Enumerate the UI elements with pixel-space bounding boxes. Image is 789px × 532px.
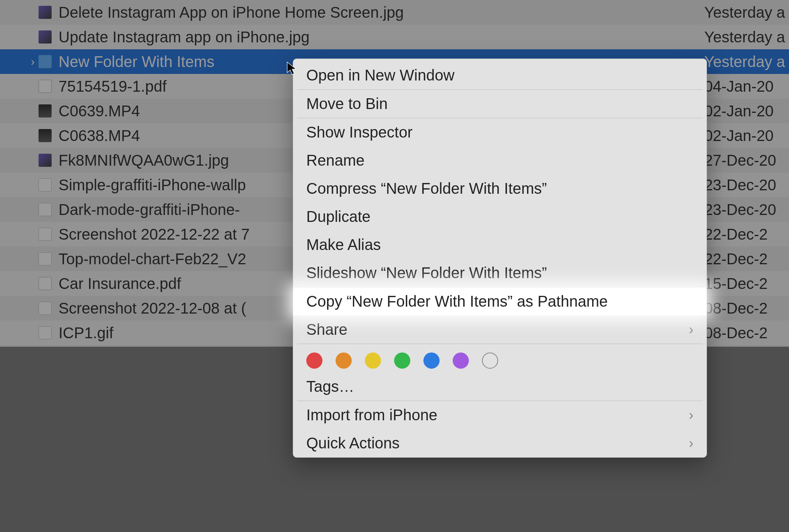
menu-open-new-window[interactable]: Open in New Window	[293, 61, 707, 89]
chevron-right-icon: ›	[689, 435, 693, 451]
folder-icon	[39, 55, 52, 68]
pdf-icon	[39, 277, 52, 290]
file-date: 15-Dec-2	[700, 275, 789, 292]
file-date: Yesterday a	[700, 29, 789, 46]
file-date: 27-Dec-20	[700, 152, 789, 169]
video-icon	[39, 104, 52, 117]
tag-color-dot[interactable]	[453, 352, 469, 369]
file-date: 23-Dec-20	[700, 176, 789, 194]
menu-label: Compress “New Folder With Items”	[306, 180, 547, 197]
file-date: 23-Dec-20	[700, 201, 789, 218]
menu-label: Duplicate	[306, 208, 371, 225]
img-icon	[39, 154, 52, 167]
file-date: 08-Dec-2	[700, 300, 789, 317]
generic-icon	[39, 252, 52, 265]
tag-color-dot[interactable]	[365, 352, 381, 369]
tag-color-dot[interactable]	[423, 352, 440, 369]
generic-icon	[39, 228, 52, 241]
file-row[interactable]: Update Instagram app on iPhone.jpgYester…	[0, 25, 789, 49]
tag-color-none[interactable]	[482, 352, 498, 369]
context-menu: Open in New Window Move to Bin Show Insp…	[293, 59, 707, 458]
menu-import-from-iphone[interactable]: Import from iPhone ›	[293, 401, 707, 429]
menu-label: Copy “New Folder With Items” as Pathname	[306, 293, 608, 310]
menu-quick-actions[interactable]: Quick Actions ›	[293, 429, 707, 457]
menu-rename[interactable]: Rename	[293, 146, 707, 175]
file-date: Yesterday a	[700, 53, 789, 70]
file-date: 04-Jan-20	[700, 78, 789, 95]
generic-icon	[39, 302, 52, 315]
tag-color-dot[interactable]	[306, 352, 322, 369]
menu-show-inspector[interactable]: Show Inspector	[293, 118, 707, 146]
file-date: 22-Dec-2	[700, 250, 789, 268]
tag-color-dot[interactable]	[394, 352, 410, 369]
file-name: Delete Instagram App on iPhone Home Scre…	[59, 4, 789, 21]
img-icon	[39, 6, 52, 19]
chevron-right-icon: ›	[689, 322, 693, 338]
file-date: Yesterday a	[700, 4, 789, 21]
menu-duplicate[interactable]: Duplicate	[293, 203, 707, 231]
menu-copy-as-pathname[interactable]: Copy “New Folder With Items” as Pathname	[293, 287, 707, 316]
menu-label: Make Alias	[306, 236, 381, 253]
menu-label: Share	[306, 321, 347, 338]
file-date: 02-Jan-20	[700, 102, 789, 120]
menu-label: Tags…	[306, 378, 354, 395]
pdf-icon	[39, 80, 52, 93]
generic-icon	[39, 203, 52, 216]
menu-tags[interactable]: Tags…	[293, 373, 707, 401]
menu-share[interactable]: Share ›	[293, 316, 707, 344]
img-icon	[39, 30, 52, 44]
menu-label: Open in New Window	[306, 67, 455, 84]
video-icon	[39, 129, 52, 142]
disclosure-triangle-icon[interactable]: ›	[27, 55, 39, 68]
menu-make-alias[interactable]: Make Alias	[293, 231, 707, 259]
menu-move-to-bin[interactable]: Move to Bin	[293, 90, 707, 118]
menu-compress[interactable]: Compress “New Folder With Items”	[293, 175, 707, 203]
menu-label: Rename	[306, 152, 364, 169]
menu-label: Move to Bin	[306, 95, 388, 112]
menu-label: Slideshow “New Folder With Items”	[306, 264, 547, 282]
tag-color-row	[293, 344, 707, 373]
file-date: 22-Dec-2	[700, 226, 789, 243]
tag-color-dot[interactable]	[336, 352, 352, 369]
generic-icon	[39, 326, 52, 339]
menu-label: Show Inspector	[306, 124, 413, 141]
file-date: 08-Dec-2	[700, 324, 789, 342]
generic-icon	[39, 178, 52, 191]
file-name: Update Instagram app on iPhone.jpg	[59, 29, 789, 46]
chevron-right-icon: ›	[689, 407, 693, 423]
menu-label: Import from iPhone	[306, 406, 437, 424]
file-date: 02-Jan-20	[700, 127, 789, 144]
cursor-pointer-icon	[287, 62, 297, 76]
file-row[interactable]: Delete Instagram App on iPhone Home Scre…	[0, 0, 789, 25]
menu-slideshow[interactable]: Slideshow “New Folder With Items”	[293, 259, 707, 287]
menu-label: Quick Actions	[306, 435, 400, 452]
